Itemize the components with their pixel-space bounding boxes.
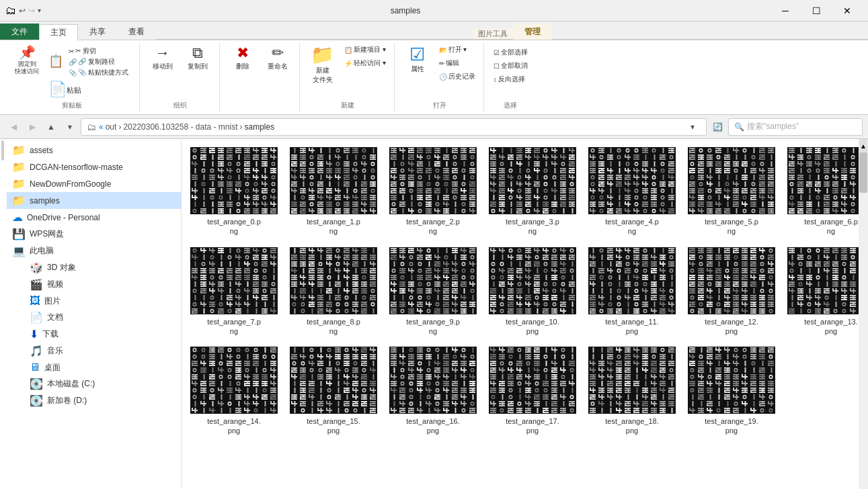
- file-thumbnail: [190, 247, 278, 314]
- file-item[interactable]: test_arange_17.png: [485, 344, 580, 439]
- file-item[interactable]: test_arange_10.png: [485, 244, 580, 339]
- clipboard-buttons: 📌 固定到快速访问 📋 ✂ ✂ 剪切 🔗 🔗 复制路径: [11, 44, 134, 99]
- cut-button[interactable]: ✂ ✂ 剪切: [66, 46, 131, 56]
- redo-icon[interactable]: ↪: [28, 6, 35, 15]
- undo-icon[interactable]: ↩: [19, 6, 26, 15]
- file-item[interactable]: test_arange_6.png: [784, 144, 859, 239]
- rename-label: 重命名: [268, 62, 288, 71]
- sidebar-item-wps[interactable]: 💾 WPS网盘: [7, 226, 181, 242]
- file-item[interactable]: test_arange_0.png: [187, 144, 281, 239]
- file-item[interactable]: test_arange_19.png: [684, 344, 779, 439]
- copy-icon: 📋: [48, 55, 63, 67]
- sidebar-item-video[interactable]: 🎬 视频: [7, 276, 181, 293]
- sidebar-item-dcgan[interactable]: 📁 DCGAN-tensorflow-maste: [7, 159, 181, 175]
- file-item[interactable]: test_arange_16.png: [386, 344, 480, 439]
- sidebar-item-assets[interactable]: 📁 assets: [7, 142, 181, 159]
- drive-d-icon: 💽: [30, 394, 43, 407]
- file-item[interactable]: test_arange_14.png: [187, 344, 281, 439]
- search-box[interactable]: 🔍 搜索"samples": [728, 118, 863, 136]
- file-item[interactable]: test_arange_13.png: [784, 244, 859, 339]
- sidebar-item-label: 此电脑: [30, 245, 54, 257]
- file-name: test_arange_11.png: [605, 317, 659, 337]
- properties-button[interactable]: ☑ 属性: [401, 44, 434, 75]
- paste-label: 粘贴: [67, 85, 81, 95]
- minimize-button[interactable]: ─: [770, 0, 801, 21]
- tab-share[interactable]: 共享: [78, 24, 117, 40]
- address-dropdown[interactable]: ▾: [684, 119, 701, 135]
- select-all-button[interactable]: ☑ 全部选择: [491, 47, 530, 58]
- address-input[interactable]: 🗂 « out › 20220306.103258 - data - mnist…: [81, 118, 707, 136]
- up-button[interactable]: ▲: [43, 119, 59, 135]
- new-buttons: 📁 新建文件夹 📋 新建项目 ▾ ⚡ 轻松访问 ▾: [307, 44, 389, 99]
- new-folder-button[interactable]: 📁 新建文件夹: [307, 44, 339, 86]
- copy-path-button[interactable]: 🔗 🔗 复制路径: [66, 56, 131, 67]
- sidebar-item-onedrive[interactable]: ☁ OneDrive - Personal: [7, 209, 181, 226]
- rename-button[interactable]: ✏ 重命名: [262, 44, 294, 73]
- file-name: test_arange_0.png: [207, 217, 261, 236]
- file-item[interactable]: test_arange_11.png: [585, 244, 679, 339]
- file-name: test_arange_19.png: [705, 416, 758, 436]
- sidebar-item-samples[interactable]: 📁 samples: [7, 192, 181, 209]
- scroll-thumb[interactable]: [859, 152, 867, 193]
- sidebar-item-3d[interactable]: 🎲 3D 对象: [7, 259, 181, 276]
- file-item[interactable]: test_arange_5.png: [684, 144, 779, 239]
- file-item[interactable]: test_arange_4.png: [585, 144, 679, 239]
- close-button[interactable]: ✕: [832, 0, 863, 21]
- invert-select-button[interactable]: ↕ 反向选择: [491, 74, 530, 85]
- file-item[interactable]: test_arange_1.png: [286, 144, 381, 239]
- back-button[interactable]: ◀: [5, 119, 22, 135]
- sidebar-item-documents[interactable]: 📄 文档: [7, 309, 181, 326]
- sidebar-item-newdown[interactable]: 📁 NewDownFromGoogle: [7, 175, 181, 192]
- sidebar-item-label: DCGAN-tensorflow-maste: [30, 163, 123, 172]
- open-button[interactable]: 📂 打开 ▾: [436, 44, 478, 55]
- search-icon: 🔍: [734, 122, 744, 132]
- sidebar-item-label: 桌面: [44, 362, 61, 373]
- file-item[interactable]: test_arange_15.png: [286, 344, 381, 439]
- sidebar-item-computer[interactable]: 💻 此电脑: [7, 242, 181, 259]
- history-button[interactable]: 🕒 历史记录: [436, 71, 478, 82]
- paste-shortcut-button[interactable]: 📎 📎 粘贴快捷方式: [66, 67, 131, 78]
- paste-button[interactable]: 📄 粘贴: [46, 81, 134, 99]
- move-to-button[interactable]: → 移动到: [147, 44, 179, 73]
- file-item[interactable]: test_arange_8.png: [286, 244, 381, 339]
- forward-button[interactable]: ▶: [24, 119, 40, 135]
- select-label: 选择: [504, 99, 517, 110]
- sidebar-item-pictures[interactable]: 🖼 图片: [7, 293, 181, 309]
- maximize-button[interactable]: ☐: [801, 0, 832, 21]
- new-item-button[interactable]: 📋 新建项目 ▾: [342, 44, 389, 55]
- tab-home[interactable]: 主页: [39, 24, 78, 40]
- scrollbar[interactable]: ▲ ▼: [859, 139, 868, 489]
- sidebar-item-c-drive[interactable]: 💽 本地磁盘 (C:): [7, 375, 181, 392]
- sidebar-item-d-drive[interactable]: 💽 新加卷 (D:): [7, 392, 181, 409]
- tab-view[interactable]: 查看: [117, 24, 156, 40]
- pin-quick-access-button[interactable]: 📌 固定到快速访问: [11, 44, 43, 77]
- sidebar-item-downloads[interactable]: ⬇ 下载: [7, 326, 181, 343]
- refresh-button[interactable]: 🔄: [709, 119, 725, 135]
- file-item[interactable]: test_arange_18.png: [585, 344, 679, 439]
- tab-file[interactable]: 文件: [0, 24, 39, 40]
- recent-button[interactable]: ▾: [62, 119, 78, 135]
- file-name: test_arange_14.png: [207, 416, 261, 436]
- file-item[interactable]: test_arange_3.png: [485, 144, 580, 239]
- sidebar-item-music[interactable]: 🎵 音乐: [7, 343, 181, 359]
- file-thumbnail: [688, 347, 775, 414]
- file-item[interactable]: test_arange_2.png: [386, 144, 480, 239]
- documents-icon: 📄: [30, 311, 43, 324]
- sidebar-item-label: 文档: [47, 312, 63, 323]
- select-none-button[interactable]: ☐ 全部取消: [491, 60, 530, 71]
- file-item[interactable]: test_arange_12.png: [684, 244, 779, 339]
- copy-to-button[interactable]: ⧉ 复制到: [182, 44, 214, 73]
- delete-button[interactable]: ✖ 删除: [227, 44, 259, 73]
- delete-buttons: ✖ 删除 ✏ 重命名: [227, 44, 294, 110]
- tab-manage[interactable]: 管理: [513, 24, 552, 40]
- search-placeholder: 搜索"samples": [747, 121, 799, 132]
- file-item[interactable]: test_arange_7.png: [187, 244, 281, 339]
- file-item[interactable]: test_arange_9.png: [386, 244, 480, 339]
- easy-access-button[interactable]: ⚡ 轻松访问 ▾: [342, 58, 389, 69]
- select-all-label: 全部选择: [501, 48, 528, 57]
- edit-button[interactable]: ✏ 编辑: [436, 58, 478, 69]
- sidebar-item-desktop[interactable]: 🖥 桌面: [7, 359, 181, 375]
- scroll-up[interactable]: ▲: [859, 139, 867, 152]
- copy-button[interactable]: 📋 ✂ ✂ 剪切 🔗 🔗 复制路径 📎 📎 粘贴快捷方式: [46, 44, 134, 79]
- computer-icon: 💻: [12, 244, 26, 257]
